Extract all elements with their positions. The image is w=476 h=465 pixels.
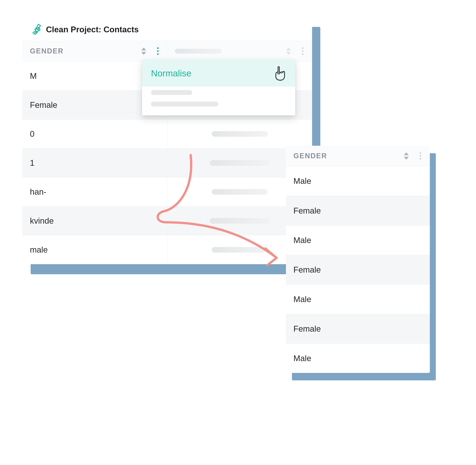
sort-icon[interactable] [285, 47, 292, 55]
column-header-gender[interactable]: GENDER [286, 146, 430, 166]
table-row: Male [286, 343, 430, 373]
gender-cell: Male [286, 285, 430, 314]
column-menu-dropdown: Normalise [142, 60, 295, 116]
cursor-pointer-icon [273, 65, 286, 81]
table-row: Male [286, 225, 430, 255]
card-title-text: Clean Project: Contacts [46, 25, 139, 34]
column-label: GENDER [293, 152, 327, 160]
gender-cell: han- [22, 178, 167, 206]
gender-cell: Male [286, 344, 430, 373]
table-row: kvinde [22, 206, 312, 235]
sort-icon[interactable] [403, 152, 410, 160]
gender-cell: Female [286, 255, 430, 284]
result-rows: Male Female Male Female Male Female Male [286, 166, 430, 373]
column-menu-icon[interactable] [301, 46, 305, 56]
table-row: Male [286, 166, 430, 196]
column-headers: GENDER [22, 41, 312, 62]
column-header-gender[interactable]: GENDER [22, 41, 167, 61]
menu-item-normalise[interactable]: Normalise [142, 60, 295, 87]
menu-item-placeholder[interactable] [142, 87, 295, 98]
gender-cell: kvinde [22, 206, 167, 235]
table-row: 1 [22, 148, 312, 177]
menu-item-placeholder[interactable] [142, 98, 295, 110]
placeholder-cell [167, 120, 312, 148]
gender-cell: male [22, 235, 167, 264]
table-row: han- [22, 177, 312, 206]
table-row: male [22, 235, 312, 264]
menu-item-label: Normalise [151, 68, 191, 78]
placeholder-label [175, 49, 222, 54]
clean-brush-icon [31, 24, 42, 35]
column-menu-icon[interactable] [418, 151, 422, 161]
gender-cell: Female [286, 314, 430, 343]
gender-cell: Female [286, 196, 430, 225]
column-label: GENDER [30, 47, 64, 55]
column-header-placeholder[interactable] [167, 41, 312, 61]
gender-cell: Male [286, 166, 430, 196]
result-column-headers: GENDER [286, 146, 430, 166]
table-row: 0 [22, 119, 312, 148]
table-row: Female [286, 314, 430, 343]
gender-cell: 1 [22, 148, 167, 177]
gender-cell: Male [286, 225, 430, 255]
card-title-bar: Clean Project: Contacts [22, 17, 312, 41]
column-menu-icon[interactable] [156, 46, 160, 56]
sort-icon[interactable] [141, 47, 147, 55]
source-card: Clean Project: Contacts GENDER M [22, 17, 312, 264]
table-row: Female [286, 255, 430, 284]
table-row: Female [286, 196, 430, 225]
table-row: Male [286, 284, 430, 314]
gender-cell: 0 [22, 120, 167, 148]
result-card: GENDER Male Female Male Female Male Fema… [286, 146, 430, 373]
